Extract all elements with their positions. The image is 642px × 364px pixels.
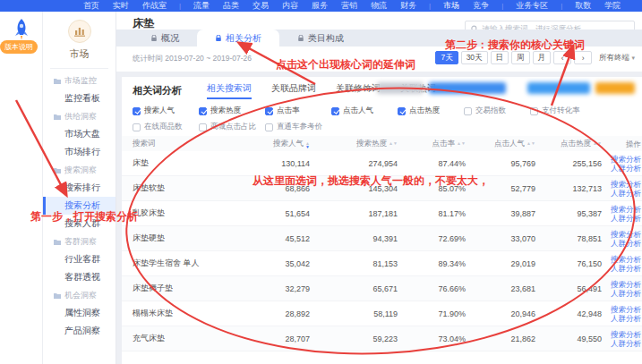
tab-overview[interactable]: 概况 [133, 30, 197, 47]
sidebar-item-monitor-board[interactable]: 监控看板 [43, 89, 116, 107]
app-screen: 首页 实时 作战室 | 流量 品类 交易 内容 服务 营销 物流 财务 | 市场… [0, 0, 642, 364]
range-week-button[interactable]: 周 [511, 51, 530, 64]
version-badge[interactable]: 版本说明 [0, 40, 38, 54]
sort-icon[interactable]: ▲▼ [526, 141, 535, 145]
nav-divider: | [561, 2, 562, 10]
table-row: 床垫软垫 68,866 145,304 85.07% 52,779 132,71… [122, 176, 642, 201]
lock-icon [297, 35, 304, 42]
subtab-modifier-words[interactable]: 关联修饰词 [336, 82, 381, 99]
sidebar-item-attribute-insight[interactable]: 属性洞察 [43, 304, 116, 322]
crowd-analysis-link[interactable]: 人群分析 [611, 339, 641, 348]
terminal-filter-dropdown[interactable]: 所有终端 ▾ [599, 53, 635, 63]
col-search-popularity[interactable]: 搜索人气▲▼ [240, 139, 310, 149]
redacted-control[interactable] [527, 82, 590, 94]
crowd-analysis-link[interactable]: 人群分析 [611, 214, 641, 223]
crowd-analysis-link[interactable]: 人群分析 [611, 164, 641, 173]
sidebar-item-customer-perspective[interactable]: 客群透视 [43, 268, 116, 286]
checkbox-icon[interactable] [199, 123, 207, 131]
range-7d-button[interactable]: 7天 [435, 51, 458, 64]
redacted-control[interactable] [377, 82, 424, 94]
sidebar-section-customer-insight: 客群洞察 [43, 233, 116, 250]
sidebar: 市场 市场监控 监控看板 供给洞察 市场大盘 市场排行 搜索洞察 搜索排行 搜索… [43, 12, 116, 364]
table-row: 床垫学生宿舍 单人 35,042 81,153 89.34% 29,019 76… [122, 251, 642, 276]
col-ctr[interactable]: 点击率▲▼ [398, 139, 466, 149]
search-analysis-link[interactable]: 搜索分析 [611, 330, 641, 339]
sort-icon[interactable]: ▲▼ [389, 141, 398, 145]
checkbox-icon[interactable] [133, 123, 141, 131]
redacted-control[interactable] [595, 82, 635, 94]
metric-ctr[interactable]: 点击率 [265, 106, 331, 116]
col-search-heat[interactable]: 搜索热度▲▼ [310, 139, 398, 149]
checkbox-icon[interactable] [530, 107, 538, 115]
sidebar-menu: 市场监控 监控看板 供给洞察 市场大盘 市场排行 搜索洞察 搜索排行 搜索分析 … [43, 72, 116, 340]
range-day-button[interactable]: 日 [491, 51, 509, 64]
checkbox-icon[interactable] [133, 107, 141, 115]
next-period-button[interactable]: › [574, 51, 592, 64]
sort-icon[interactable]: ▲▼ [593, 141, 602, 145]
cell-search-heat: 274,954 [310, 159, 398, 168]
search-analysis-link[interactable]: 搜索分析 [611, 280, 641, 289]
prev-period-button[interactable]: ‹ [553, 51, 571, 64]
cell-search-word: 床垫 [133, 157, 240, 169]
cell-click-popularity: 52,779 [466, 184, 535, 193]
sidebar-section-opportunity-insight: 机会洞察 [43, 286, 116, 304]
checkbox-icon[interactable] [464, 107, 472, 115]
search-analysis-link[interactable]: 搜索分析 [611, 180, 641, 189]
range-30d-button[interactable]: 30天 [461, 51, 488, 64]
checkbox-icon[interactable] [331, 107, 339, 115]
range-month-button[interactable]: 月 [533, 51, 552, 64]
sidebar-item-search-rank[interactable]: 搜索排行 [43, 179, 116, 197]
checkbox-icon[interactable] [398, 107, 406, 115]
metric-trade-index[interactable]: 交易指数 [464, 106, 530, 116]
crowd-analysis-link[interactable]: 人群分析 [611, 289, 641, 298]
sidebar-item-search-analysis[interactable]: 搜索分析 [43, 197, 116, 215]
subtab-brand-words[interactable]: 关联品牌词 [271, 82, 316, 99]
search-analysis-link[interactable]: 搜索分析 [611, 230, 641, 239]
crowd-analysis-link[interactable]: 人群分析 [611, 189, 641, 198]
sidebar-section-supply-insight: 供给洞察 [43, 107, 116, 125]
checkbox-icon[interactable] [199, 107, 207, 115]
checkbox-icon[interactable] [265, 107, 273, 115]
cell-click-heat: 95,387 [535, 209, 602, 218]
cell-ctr: 72.69% [398, 234, 466, 243]
crowd-analysis-link[interactable]: 人群分析 [611, 314, 641, 323]
cell-ctr: 89.34% [398, 259, 466, 268]
metric-mall-click-share[interactable]: 商城点击占比 [199, 122, 265, 132]
cell-ctr: 85.07% [398, 184, 466, 193]
sidebar-divider [50, 68, 108, 69]
related-words-panel: 相关词分析 相关搜索词 关联品牌词 关联修饰词 关联热词 搜索人气 搜索热度 点… [122, 77, 642, 364]
sidebar-item-product-insight[interactable]: 产品洞察 [43, 322, 116, 340]
cell-ctr: 71.90% [398, 309, 466, 318]
tab-category-composition[interactable]: 类目构成 [279, 30, 362, 47]
metric-ztc-reference-price[interactable]: 直通车参考价 [265, 122, 331, 132]
search-analysis-link[interactable]: 搜索分析 [611, 255, 641, 264]
sort-icon[interactable]: ▲▼ [457, 141, 466, 145]
table-row: 乳胶床垫 51,654 187,181 81.17% 39,887 95,387… [122, 201, 642, 226]
metric-online-products[interactable]: 在线商品数 [133, 122, 199, 132]
table-row: 榻榻米床垫 28,892 58,119 71.90% 20,946 42,948… [122, 301, 642, 326]
sidebar-item-industry-customers[interactable]: 行业客群 [43, 250, 116, 268]
subtab-related-search-words[interactable]: 相关搜索词 [207, 82, 252, 99]
crowd-analysis-link[interactable]: 人群分析 [611, 264, 641, 273]
col-actions: 操作 [603, 140, 641, 148]
metric-click-heat[interactable]: 点击热度 [398, 106, 464, 116]
search-analysis-link[interactable]: 搜索分析 [611, 205, 641, 214]
metric-search-popularity[interactable]: 搜索人气 [133, 106, 199, 116]
col-click-heat[interactable]: 点击热度▲▼ [535, 139, 602, 149]
search-analysis-link[interactable]: 搜索分析 [611, 305, 641, 314]
redacted-control[interactable] [429, 82, 506, 94]
cell-click-popularity: 20,946 [466, 309, 535, 318]
checkbox-icon[interactable] [265, 123, 273, 131]
crowd-analysis-link[interactable]: 人群分析 [611, 239, 641, 248]
search-analysis-link[interactable]: 搜索分析 [611, 155, 641, 164]
col-click-popularity[interactable]: 点击人气▲▼ [466, 139, 535, 149]
sidebar-item-market-rank[interactable]: 市场排行 [43, 143, 116, 161]
sidebar-item-search-crowd[interactable]: 搜索人群 [43, 215, 116, 233]
metric-search-heat[interactable]: 搜索热度 [199, 106, 265, 116]
tab-related-analysis[interactable]: 相关分析 [197, 30, 279, 47]
sidebar-item-market-overview[interactable]: 市场大盘 [43, 125, 116, 143]
metric-click-popularity[interactable]: 点击人气 [331, 106, 398, 116]
cell-search-heat: 145,304 [310, 184, 398, 193]
left-rail: 版本说明 [0, 12, 43, 364]
metric-pay-conversion[interactable]: 支付转化率 [530, 106, 596, 116]
